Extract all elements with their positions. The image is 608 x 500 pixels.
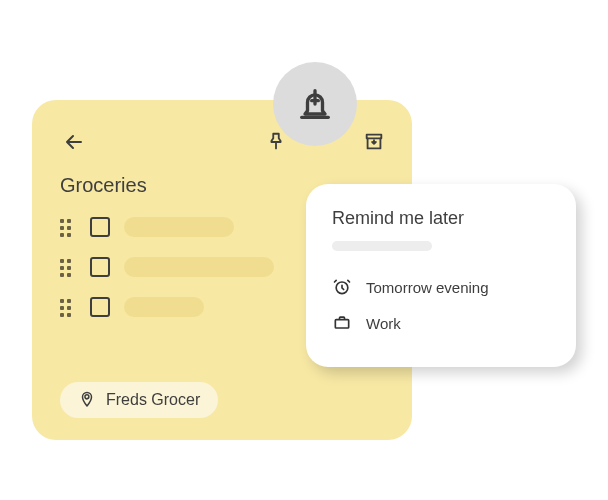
checkbox[interactable] xyxy=(90,257,110,277)
location-chip[interactable]: Freds Grocer xyxy=(60,382,218,418)
remind-later-popup: Remind me later Tomorrow evening Work xyxy=(306,184,576,367)
location-label: Freds Grocer xyxy=(106,391,200,409)
remind-option-work[interactable]: Work xyxy=(332,305,550,341)
item-text-placeholder[interactable] xyxy=(124,297,204,317)
remind-option-label: Work xyxy=(366,315,401,332)
svg-rect-0 xyxy=(367,135,382,139)
back-button[interactable] xyxy=(60,128,88,156)
checkbox[interactable] xyxy=(90,297,110,317)
remind-popup-title: Remind me later xyxy=(332,208,550,229)
briefcase-icon xyxy=(332,313,352,333)
drag-handle-icon[interactable] xyxy=(60,299,76,315)
item-text-placeholder[interactable] xyxy=(124,217,234,237)
remind-option-tomorrow[interactable]: Tomorrow evening xyxy=(332,269,550,305)
location-pin-icon xyxy=(78,391,96,409)
drag-handle-icon[interactable] xyxy=(60,259,76,275)
archive-button[interactable] xyxy=(360,128,388,156)
clock-alarm-icon xyxy=(332,277,352,297)
remind-option-label: Tomorrow evening xyxy=(366,279,489,296)
add-reminder-button[interactable] xyxy=(273,62,357,146)
checkbox[interactable] xyxy=(90,217,110,237)
bell-plus-icon xyxy=(295,84,335,124)
subtitle-placeholder xyxy=(332,241,432,251)
item-text-placeholder[interactable] xyxy=(124,257,274,277)
drag-handle-icon[interactable] xyxy=(60,219,76,235)
